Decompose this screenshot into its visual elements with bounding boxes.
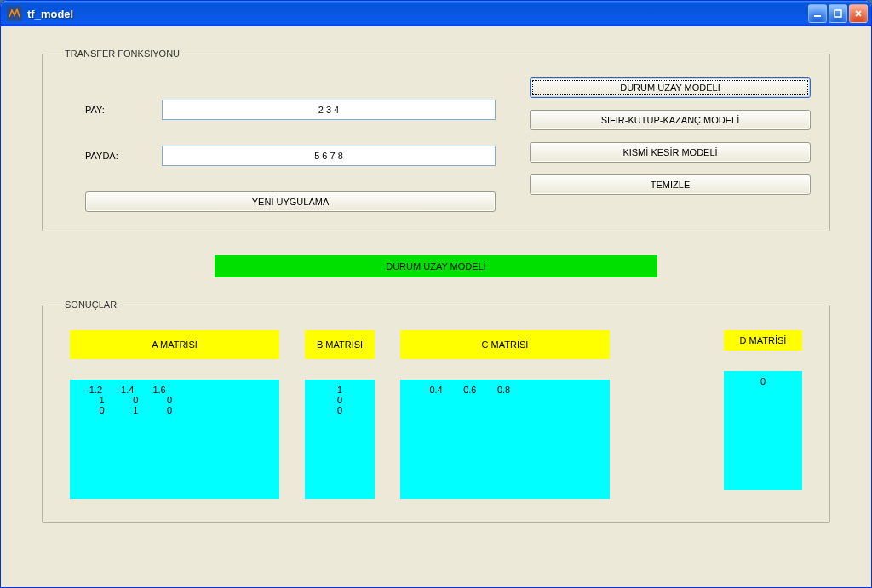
titlebar[interactable]: tf_model: [1, 1, 871, 26]
d-matrix-output: 0: [724, 371, 802, 490]
pay-input[interactable]: [162, 100, 496, 120]
results-legend: SONUÇLAR: [61, 300, 120, 310]
b-matrix-header: B MATRİSİ: [305, 330, 375, 359]
window-title: tf_model: [27, 8, 808, 20]
app-window: tf_model TRANSFER FONKSİYONU PAY:: [0, 0, 872, 588]
d-matrix-header: D MATRİSİ: [724, 330, 802, 351]
kismi-kesir-button[interactable]: KISMİ KESİR MODELİ: [530, 142, 811, 163]
transfer-function-legend: TRANSFER FONKSİYONU: [61, 49, 183, 59]
transfer-function-group: TRANSFER FONKSİYONU PAY: PAYDA: YENİ UYG…: [42, 49, 830, 231]
minimize-button[interactable]: [808, 4, 827, 23]
results-group: SONUÇLAR A MATRİSİ -1.2 -1.4 -1.6 1 0 0 …: [42, 300, 830, 523]
b-matrix-output: 1 0 0: [305, 380, 375, 499]
temizle-button[interactable]: TEMİZLE: [530, 174, 811, 195]
app-icon: [7, 6, 22, 21]
window-buttons: [808, 4, 868, 23]
sifir-kutup-button[interactable]: SIFIR-KUTUP-KAZANÇ MODELİ: [530, 110, 811, 130]
a-matrix-output: -1.2 -1.4 -1.6 1 0 0 0 1 0: [70, 380, 279, 499]
c-matrix-header: C MATRİSİ: [400, 330, 610, 359]
close-button[interactable]: [849, 4, 868, 23]
c-matrix-output: 0.4 0.6 0.8: [400, 380, 610, 499]
payda-input[interactable]: [162, 146, 496, 166]
svg-rect-2: [835, 10, 841, 17]
pay-label: PAY:: [61, 105, 138, 115]
svg-rect-1: [814, 15, 821, 17]
yeni-uygulama-button[interactable]: YENİ UYGULAMA: [85, 191, 496, 212]
maximize-button[interactable]: [829, 4, 847, 23]
client-area: TRANSFER FONKSİYONU PAY: PAYDA: YENİ UYG…: [1, 26, 871, 587]
durum-uzay-button[interactable]: DURUM UZAY MODELİ: [530, 77, 811, 98]
a-matrix-header: A MATRİSİ: [70, 330, 279, 359]
payda-label: PAYDA:: [61, 151, 138, 161]
status-bar: DURUM UZAY MODELİ: [215, 255, 657, 277]
